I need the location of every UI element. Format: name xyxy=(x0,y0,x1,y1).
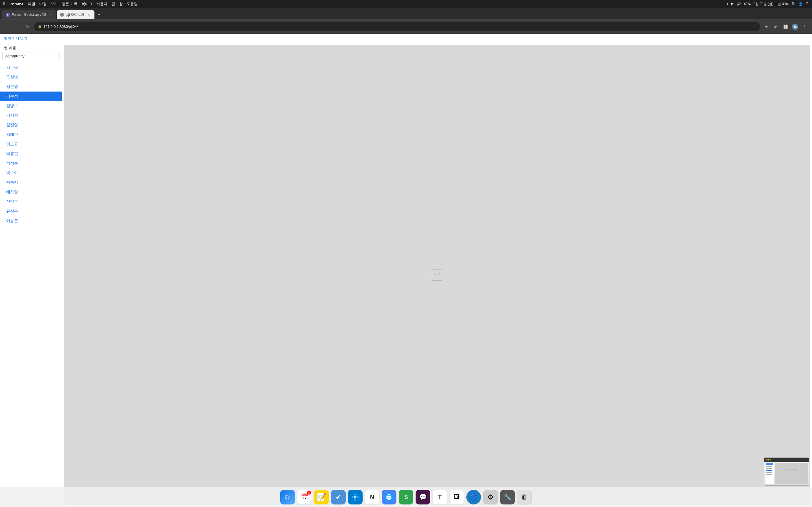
refresh-button[interactable]: ↻ xyxy=(24,23,32,31)
sidebar-nav-item-11[interactable]: 박수아 xyxy=(0,168,62,178)
tab-bootstrap[interactable]: B Forms · Bootstrap v4.5 ✕ xyxy=(2,10,56,19)
tab-bootstrap-close[interactable]: ✕ xyxy=(48,12,53,17)
dock-vscode[interactable]: 💠 xyxy=(348,490,363,504)
pjt-favicon xyxy=(60,13,64,17)
menubar-help[interactable]: 도움말 xyxy=(126,1,138,6)
sidebar-nav-item-2[interactable]: 김근영 xyxy=(0,82,62,92)
new-tab-button[interactable]: + xyxy=(95,11,103,18)
open-new-tab-link[interactable]: 새 탭에서 열기 xyxy=(3,36,28,40)
menubar-history[interactable]: 방문 기록 xyxy=(62,1,78,6)
menubar-window[interactable]: 창 xyxy=(119,1,123,6)
sidebar-nav-item-16[interactable]: 이동훈 xyxy=(0,216,62,226)
sidebar-nav-item-1[interactable]: 구진범 xyxy=(0,72,62,82)
extensions-icon[interactable]: 🪟 xyxy=(781,23,790,31)
thumb-min-dot xyxy=(767,459,769,460)
thumb-max-dot xyxy=(769,459,771,460)
tab-pjt[interactable]: pjt 모아보기 ✕ xyxy=(57,10,94,19)
dock-photos[interactable]: 🖼 xyxy=(449,490,464,504)
broken-image-placeholder xyxy=(430,268,444,282)
menubar:  Chrome 파일 수정 보기 방문 기록 북마크 사용자 탭 창 도움말 … xyxy=(0,0,812,8)
dock-finder[interactable]: 🗂 xyxy=(280,490,295,504)
dock-calendar[interactable]: 📅 20 xyxy=(297,490,312,504)
thumbnail-main: COMMUNITY xyxy=(775,463,808,484)
dock-devtools[interactable]: 🔧 xyxy=(500,490,515,504)
apple-menu[interactable]:  xyxy=(3,1,5,6)
browser-window: B Forms · Bootstrap v4.5 ✕ pjt 모아보기 ✕ + … xyxy=(0,8,812,507)
bluetooth-icon: ⌖ xyxy=(726,2,728,6)
menubar-items: 파일 수정 보기 방문 기록 북마크 사용자 탭 창 도움말 xyxy=(28,1,138,6)
sidebar-nav-item-6[interactable]: 김진영 xyxy=(0,120,62,130)
sidebar-nav-item-15[interactable]: 유진우 xyxy=(0,207,62,216)
menubar-edit[interactable]: 수정 xyxy=(39,1,47,6)
menubar-tab[interactable]: 탭 xyxy=(111,1,115,6)
dock: 🗂 📅 20 📝 ✔ 💠 N 🌐 $ 💬 T 🖼 🔵 ⚙ 🔧 🗑 xyxy=(0,487,812,507)
cast-icon[interactable]: ◤ xyxy=(772,23,780,31)
dock-typora[interactable]: T xyxy=(433,490,447,504)
star-icon[interactable]: ★ xyxy=(762,23,770,31)
dock-tasks[interactable]: ✔ xyxy=(331,490,346,504)
main-layout: 앱 이름 강은목구진범김근영김문정김병수김지형김진영김채린명도균박봉현박성준박수… xyxy=(0,43,812,507)
tab-pjt-label: pjt 모아보기 xyxy=(66,12,84,17)
wifi-icon: ◤ xyxy=(731,2,734,6)
tab-bootstrap-label: Forms · Bootstrap v4.5 xyxy=(12,13,46,17)
dock-notes[interactable]: 📝 xyxy=(314,490,329,504)
lock-icon: 🔒 xyxy=(38,25,42,29)
bootstrap-favicon: B xyxy=(6,13,10,17)
tab-pjt-close[interactable]: ✕ xyxy=(87,12,91,17)
dock-notion[interactable]: N xyxy=(365,490,379,504)
thumb-close-dot xyxy=(765,459,767,460)
sidebar-nav-item-10[interactable]: 박성준 xyxy=(0,159,62,168)
menubar-user[interactable]: 사용자 xyxy=(96,1,107,6)
profile-icon[interactable]: 노 xyxy=(791,23,799,31)
address-input[interactable]: 🔒 127.0.0.1:8080/pjt04/ xyxy=(34,22,760,31)
dock-chrome[interactable]: 🌐 xyxy=(382,490,396,504)
sidebar: 앱 이름 강은목구진범김근영김문정김병수김지형김진영김채린명도균박봉현박성준박수… xyxy=(0,43,62,507)
sidebar-nav-item-9[interactable]: 박봉현 xyxy=(0,149,62,159)
search-icon[interactable]: 🔍 xyxy=(792,2,796,6)
battery-level: 41% xyxy=(744,2,751,6)
sidebar-nav-item-8[interactable]: 명도균 xyxy=(0,139,62,149)
forward-button[interactable]: → xyxy=(13,23,21,31)
menubar-view[interactable]: 보기 xyxy=(50,1,58,6)
menubar-chrome[interactable]: Chrome xyxy=(10,2,23,6)
volume-icon: 🔊 xyxy=(737,2,741,6)
calendar-badge: 20 xyxy=(307,491,311,495)
sidebar-nav-item-4[interactable]: 김병수 xyxy=(0,101,62,111)
thumbnail-body: COMMUNITY xyxy=(764,462,809,485)
menubar-bookmarks[interactable]: 북마크 xyxy=(82,1,93,6)
menubar-right: ⌖ ◤ 🔊 41% 9월 20일 (일) 오전 3:04 🔍 👤 ☰ xyxy=(726,2,809,6)
sidebar-nav-item-7[interactable]: 김채린 xyxy=(0,130,62,139)
app-name-input[interactable] xyxy=(2,52,59,60)
svg-point-1 xyxy=(438,272,440,274)
menu-icon[interactable]: ☰ xyxy=(806,2,809,6)
thumbnail-sidebar xyxy=(765,463,774,484)
page-topbar: 새 탭에서 열기 xyxy=(0,34,812,43)
back-button[interactable]: ← xyxy=(3,23,11,31)
dock-slack[interactable]: 💬 xyxy=(416,490,430,504)
sidebar-nav-item-3[interactable]: 김문정 xyxy=(0,92,62,101)
dock-istat[interactable]: 🔵 xyxy=(466,490,481,504)
menu-dots-icon[interactable]: ⋮ xyxy=(801,23,809,31)
preview-pane xyxy=(64,45,810,505)
sidebar-nav-item-12[interactable]: 박승범 xyxy=(0,178,62,187)
sidebar-nav-item-13[interactable]: 배하영 xyxy=(0,187,62,197)
address-bar: ← → ↻ 🔒 127.0.0.1:8080/pjt04/ ★ ◤ 🪟 노 ⋮ xyxy=(0,19,812,34)
dock-dollar[interactable]: $ xyxy=(399,490,413,504)
dock-sysprefs[interactable]: ⚙ xyxy=(483,490,498,504)
datetime: 9월 20일 (일) 오전 3:04 xyxy=(753,2,789,6)
user-icon[interactable]: 👤 xyxy=(799,2,803,6)
tab-bar: B Forms · Bootstrap v4.5 ✕ pjt 모아보기 ✕ + xyxy=(0,8,812,19)
sidebar-nav-item-5[interactable]: 김지형 xyxy=(0,111,62,120)
dock-trash[interactable]: 🗑 xyxy=(517,490,532,504)
thumbnail-header xyxy=(764,458,809,462)
url-text: 127.0.0.1:8080/pjt04/ xyxy=(43,24,756,29)
nav-items-list: 강은목구진범김근영김문정김병수김지형김진영김채린명도균박봉현박성준박수아박승범배… xyxy=(0,63,62,226)
sidebar-label: 앱 이름 xyxy=(0,43,62,52)
thumbnail-overlay: COMMUNITY xyxy=(764,457,809,486)
toolbar-right: ★ ◤ 🪟 노 ⋮ xyxy=(762,23,809,31)
page-content: 새 탭에서 열기 앱 이름 강은목구진범김근영김문정김병수김지형김진영김채린명도… xyxy=(0,34,812,507)
menubar-file[interactable]: 파일 xyxy=(28,1,35,6)
sidebar-nav-item-14[interactable]: 신민호 xyxy=(0,197,62,207)
sidebar-nav-item-0[interactable]: 강은목 xyxy=(0,63,62,72)
